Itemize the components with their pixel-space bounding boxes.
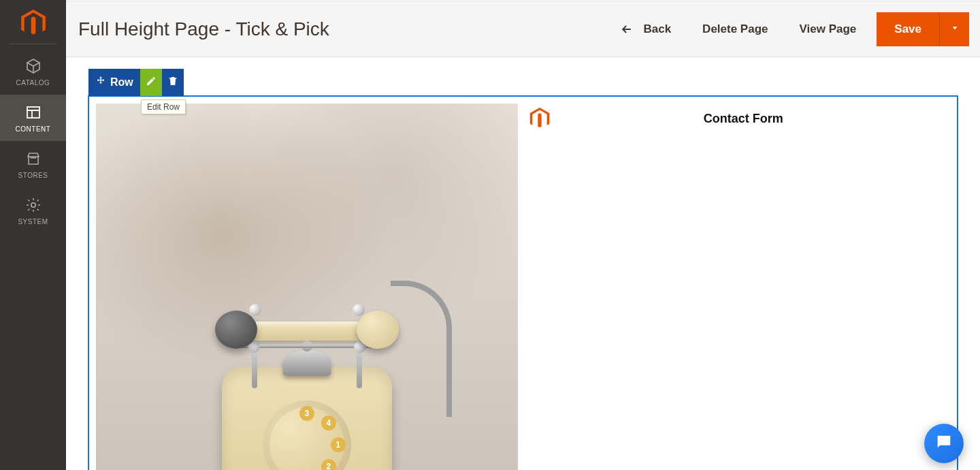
view-page-label: View Page bbox=[800, 22, 857, 36]
move-icon bbox=[95, 76, 106, 89]
save-button[interactable]: Save bbox=[877, 12, 939, 46]
back-label: Back bbox=[643, 22, 671, 36]
svg-rect-0 bbox=[27, 107, 39, 118]
sidebar-item-label: SYSTEM bbox=[18, 218, 48, 225]
storefront-icon bbox=[24, 149, 43, 168]
caret-down-icon bbox=[950, 23, 960, 35]
row-delete-button[interactable] bbox=[162, 69, 184, 96]
save-dropdown-button[interactable] bbox=[939, 12, 969, 46]
gear-icon bbox=[24, 195, 43, 215]
back-button[interactable]: Back bbox=[620, 22, 671, 36]
column-left[interactable]: 3 4 1 2 bbox=[96, 104, 518, 470]
row-toolbar: Row bbox=[88, 69, 184, 96]
save-button-group: Save bbox=[877, 12, 969, 46]
sidebar-item-label: STORES bbox=[18, 172, 48, 179]
chat-icon bbox=[934, 433, 953, 454]
admin-sidebar: CATALOG CONTENT STORES SYSTEM bbox=[0, 0, 66, 470]
arrow-left-icon bbox=[620, 22, 634, 36]
trash-icon bbox=[167, 76, 178, 89]
sidebar-item-system[interactable]: SYSTEM bbox=[0, 187, 66, 234]
contact-form-block[interactable]: Contact Form bbox=[529, 108, 951, 129]
row-type-label: Row bbox=[110, 76, 133, 89]
delete-page-button[interactable]: Delete Page bbox=[702, 22, 768, 36]
selected-row[interactable]: 3 4 1 2 bbox=[88, 95, 958, 470]
page-title: Full Height Page - Tick & Pick bbox=[78, 18, 329, 40]
view-page-button[interactable]: View Page bbox=[800, 22, 857, 36]
chat-widget-button[interactable] bbox=[924, 424, 964, 463]
layout-icon bbox=[24, 103, 43, 122]
page-builder-canvas: Row Edit Row 3 4 1 bbox=[66, 57, 980, 470]
delete-page-label: Delete Page bbox=[702, 22, 768, 36]
magento-logo-icon bbox=[529, 108, 551, 129]
sidebar-item-content[interactable]: CONTENT bbox=[0, 95, 66, 141]
sidebar-item-label: CONTENT bbox=[16, 125, 51, 133]
svg-point-1 bbox=[31, 203, 35, 207]
image-block[interactable]: 3 4 1 2 bbox=[96, 104, 518, 470]
sidebar-item-label: CATALOG bbox=[16, 79, 50, 87]
page-header: Full Height Page - Tick & Pick Back Dele… bbox=[66, 1, 980, 57]
sidebar-item-stores[interactable]: STORES bbox=[0, 141, 66, 187]
column-right[interactable]: Contact Form bbox=[529, 104, 951, 470]
magento-logo[interactable] bbox=[20, 10, 47, 37]
cube-icon bbox=[24, 57, 43, 76]
sidebar-item-catalog[interactable]: CATALOG bbox=[0, 48, 66, 95]
row-move-handle[interactable]: Row bbox=[88, 69, 140, 96]
contact-form-title: Contact Form bbox=[559, 112, 951, 126]
edit-row-tooltip: Edit Row bbox=[141, 99, 186, 114]
row-edit-button[interactable] bbox=[140, 69, 162, 96]
save-label: Save bbox=[894, 22, 921, 36]
sidebar-divider bbox=[10, 44, 57, 44]
pencil-icon bbox=[146, 76, 157, 89]
